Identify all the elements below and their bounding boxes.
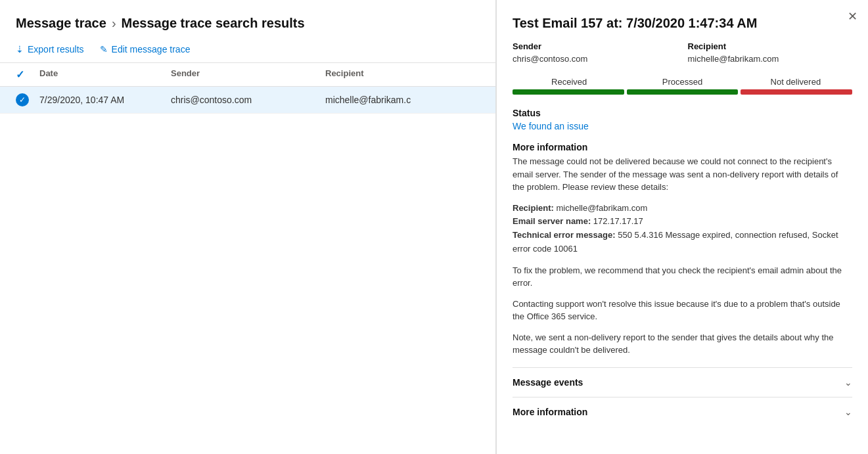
- col-check: ✓: [16, 68, 39, 81]
- step-label-0: Received: [513, 77, 626, 87]
- close-button[interactable]: ✕: [848, 11, 857, 22]
- row-recipient: michelle@fabrikam.c: [325, 95, 480, 105]
- recipient-section: Recipient michelle@fabrikam.com: [688, 41, 853, 64]
- col-sender: Sender: [171, 68, 325, 81]
- table-header: ✓ Date Sender Recipient: [0, 63, 495, 87]
- recipient-value: michelle@fabrikam.com: [688, 54, 853, 64]
- left-panel: Message trace › Message trace search res…: [0, 0, 496, 454]
- status-icon: ✓: [16, 93, 29, 106]
- status-section: Status We found an issue: [513, 108, 852, 131]
- export-label: Export results: [28, 44, 84, 55]
- more-info-text: The message could not be delivered becau…: [513, 155, 852, 194]
- steps-bars: [513, 89, 852, 95]
- toolbar: ⇣ Export results ✎ Edit message trace: [0, 39, 495, 63]
- checkbox-icon: ✓: [16, 69, 24, 80]
- step-bar-2: [741, 89, 852, 95]
- breadcrumb-parent[interactable]: Message trace: [16, 16, 106, 31]
- edit-message-trace-button[interactable]: ✎ Edit message trace: [100, 44, 191, 55]
- detail-email-server-value: 172.17.17.17: [593, 216, 643, 226]
- breadcrumb-current: Message trace search results: [122, 16, 305, 31]
- step-bar-0: [513, 89, 624, 95]
- more-info-label: More information: [513, 142, 852, 152]
- download-icon: ⇣: [16, 44, 24, 55]
- edit-label: Edit message trace: [112, 44, 191, 55]
- step-bar-1: [627, 89, 739, 95]
- chevron-down-icon-1: ⌄: [844, 407, 852, 417]
- col-recipient: Recipient: [325, 68, 480, 81]
- table-row[interactable]: ✓ 7/29/2020, 10:47 AM chris@contoso.com …: [0, 87, 495, 114]
- sender-label: Sender: [513, 41, 677, 51]
- more-info-section: More information The message could not b…: [513, 142, 852, 357]
- col-date: Date: [39, 68, 171, 81]
- status-value: We found an issue: [513, 121, 852, 131]
- sender-section: Sender chris@contoso.com: [513, 41, 677, 64]
- sender-value: chris@contoso.com: [513, 54, 677, 64]
- email-server-key: Email server name:: [513, 216, 591, 226]
- recipient-label: Recipient: [688, 41, 853, 51]
- chevron-down-icon-0: ⌄: [844, 377, 852, 388]
- detail-block: Recipient: michelle@fabrikam.com Email s…: [513, 202, 852, 256]
- detail-title: Test Email 157 at: 7/30/2020 1:47:34 AM: [513, 16, 852, 31]
- row-sender: chris@contoso.com: [171, 95, 325, 105]
- row-check: ✓: [16, 93, 39, 106]
- breadcrumb-separator: ›: [112, 16, 116, 31]
- right-panel: ✕ Test Email 157 at: 7/30/2020 1:47:34 A…: [496, 0, 868, 454]
- ndr-text: Note, we sent a non-delivery report to t…: [513, 331, 852, 357]
- more-information-label: More information: [513, 407, 587, 417]
- sender-recipient-section: Sender chris@contoso.com Recipient miche…: [513, 41, 852, 64]
- tech-error-key: Technical error message:: [513, 230, 616, 240]
- status-label: Status: [513, 108, 852, 118]
- breadcrumb: Message trace › Message trace search res…: [0, 0, 495, 39]
- steps-labels: Received Processed Not delivered: [513, 77, 852, 87]
- more-information-section[interactable]: More information ⌄: [513, 397, 852, 426]
- step-label-2: Not delivered: [739, 77, 852, 87]
- steps-container: Received Processed Not delivered: [513, 77, 852, 95]
- export-results-button[interactable]: ⇣ Export results: [16, 44, 84, 55]
- edit-icon: ✎: [100, 44, 108, 55]
- fix-text: To fix the problem, we recommend that yo…: [513, 264, 852, 290]
- row-date: 7/29/2020, 10:47 AM: [39, 95, 171, 105]
- detail-recipient-value: michelle@fabrikam.com: [556, 203, 647, 213]
- recipient-key: Recipient:: [513, 203, 554, 213]
- support-text: Contacting support won't resolve this is…: [513, 298, 852, 323]
- step-label-1: Processed: [626, 77, 739, 87]
- message-events-label: Message events: [513, 377, 583, 388]
- message-events-section[interactable]: Message events ⌄: [513, 367, 852, 397]
